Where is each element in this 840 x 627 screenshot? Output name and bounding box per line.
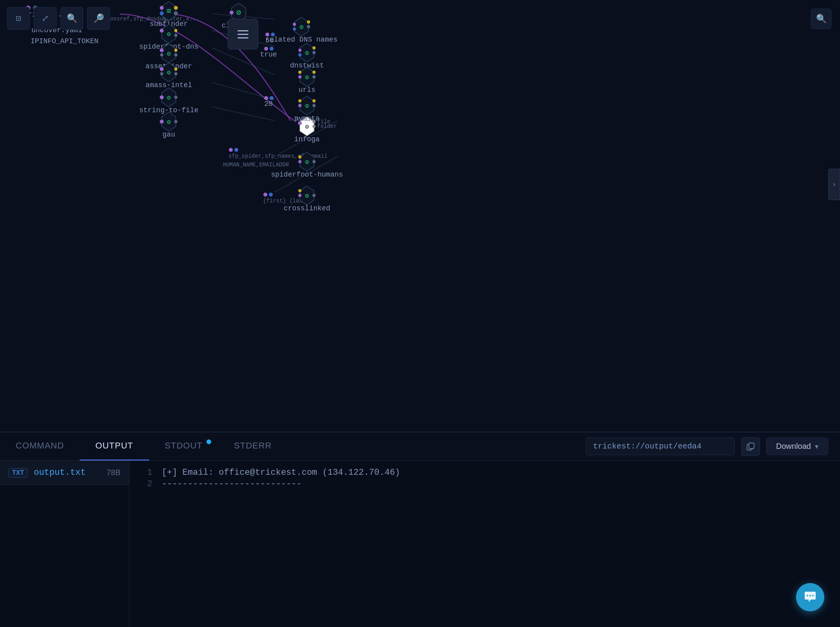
tab-stdout[interactable]: STDOUT xyxy=(149,432,218,461)
svg-point-63 xyxy=(174,49,177,52)
right-panel-toggle[interactable]: › xyxy=(828,169,840,200)
output-content: 1 [+] Email: office@trickest.com (134.12… xyxy=(130,461,840,627)
svg-point-54 xyxy=(298,53,301,57)
file-item[interactable]: TXT output.txt 78B xyxy=(0,461,129,485)
svg-point-31 xyxy=(230,11,234,15)
svg-text:⚙: ⚙ xyxy=(305,124,309,131)
tab-output[interactable]: OUTPUT xyxy=(80,432,149,461)
expand-button[interactable]: ⤢ xyxy=(34,7,57,30)
svg-point-51 xyxy=(312,46,316,49)
svg-point-131 xyxy=(812,595,814,596)
svg-point-82 xyxy=(160,95,164,99)
svg-text:⚙: ⚙ xyxy=(305,50,309,57)
node-human-name-label: HUMAN_NAME,EMAILADDR xyxy=(223,162,289,168)
toolbar: ⊡ ⤢ 🔍 🔎 xyxy=(7,7,110,30)
svg-point-44 xyxy=(174,34,177,37)
file-name: output.txt xyxy=(34,468,100,478)
chat-button[interactable] xyxy=(796,583,824,611)
svg-point-117 xyxy=(298,160,301,163)
node-dnstwist[interactable]: ⚙ dnstwist xyxy=(290,43,324,69)
node-ipinfo[interactable]: IPINFO_API_TOKEN xyxy=(31,37,99,45)
svg-point-38 xyxy=(293,27,296,31)
menu-card[interactable] xyxy=(228,19,258,49)
svg-point-89 xyxy=(298,99,301,102)
node-gau[interactable]: ⚙ gau xyxy=(160,112,177,139)
copy-button[interactable] xyxy=(741,437,760,456)
zoom-out-button[interactable]: 🔎 xyxy=(87,7,110,30)
node-subfinder[interactable]: ≡ subfinder xyxy=(150,2,188,28)
svg-text:⚙: ⚙ xyxy=(305,74,309,81)
svg-text:⚙: ⚙ xyxy=(167,31,171,38)
svg-point-61 xyxy=(160,48,164,52)
svg-rect-128 xyxy=(749,443,754,448)
svg-point-25 xyxy=(160,11,164,15)
chevron-down-icon: ▾ xyxy=(815,442,818,451)
svg-point-64 xyxy=(174,53,177,57)
svg-text:gau: gau xyxy=(163,131,175,139)
tab-stderr[interactable]: STDERR xyxy=(218,432,287,461)
svg-line-9 xyxy=(212,107,275,121)
svg-text:infoga: infoga xyxy=(294,135,320,143)
svg-text:urls: urls xyxy=(298,86,315,94)
svg-point-124 xyxy=(312,194,316,197)
svg-text:⚙: ⚙ xyxy=(236,8,241,17)
svg-text:IPINFO_API_TOKEN: IPINFO_API_TOKEN xyxy=(31,37,99,45)
svg-point-126 xyxy=(298,194,301,197)
svg-point-119 xyxy=(269,193,273,197)
svg-point-104 xyxy=(312,125,316,128)
fit-button[interactable]: ⊡ xyxy=(7,7,30,30)
svg-point-36 xyxy=(307,25,310,28)
svg-point-68 xyxy=(312,71,316,74)
svg-rect-0 xyxy=(237,30,248,31)
svg-point-71 xyxy=(298,75,301,78)
svg-point-69 xyxy=(312,75,316,78)
svg-point-43 xyxy=(174,29,177,32)
svg-point-35 xyxy=(307,20,310,24)
svg-point-129 xyxy=(807,595,808,596)
svg-point-70 xyxy=(298,71,301,74)
svg-rect-1 xyxy=(237,34,248,35)
file-list-panel: TXT output.txt 78B xyxy=(0,461,130,627)
svg-text:⚙: ⚙ xyxy=(299,24,303,31)
svg-text:related DNS names: related DNS names xyxy=(265,36,338,44)
bottom-panel: COMMAND OUTPUT STDOUT STDERR Download ▾ … xyxy=(0,432,840,627)
svg-text:⚙: ⚙ xyxy=(167,69,171,77)
line-content: --------------------------- xyxy=(162,479,301,489)
svg-point-98 xyxy=(174,120,177,123)
node-string-to-file[interactable]: ⚙ string-to-file xyxy=(139,88,198,114)
svg-point-91 xyxy=(264,96,268,100)
svg-point-55 xyxy=(264,47,268,51)
node-urls[interactable]: ⚙ urls xyxy=(298,67,316,94)
svg-point-125 xyxy=(298,189,301,192)
svg-text:≡: ≡ xyxy=(166,6,171,15)
output-line-2: 2 --------------------------- xyxy=(141,479,829,489)
workflow-canvas: ⊡ ⤢ 🔍 🔎 🔍 › xyxy=(0,0,840,432)
svg-point-53 xyxy=(298,49,301,52)
svg-point-24 xyxy=(160,6,164,10)
svg-point-56 xyxy=(270,47,274,51)
download-label: Download xyxy=(776,442,811,451)
svg-text:⚙: ⚙ xyxy=(167,95,171,102)
line-number: 1 xyxy=(141,468,152,478)
tabs-bar: COMMAND OUTPUT STDOUT STDERR Download ▾ xyxy=(0,432,840,461)
svg-point-45 xyxy=(265,33,269,36)
tab-command[interactable]: COMMAND xyxy=(0,432,80,461)
svg-point-88 xyxy=(312,104,316,107)
zoom-in-button[interactable]: 🔍 xyxy=(60,7,83,30)
node-pymeta-input: 20 xyxy=(264,96,274,108)
svg-point-109 xyxy=(234,148,238,152)
svg-point-116 xyxy=(298,155,301,159)
svg-point-42 xyxy=(160,29,164,33)
search-button[interactable]: 🔍 xyxy=(811,9,831,29)
svg-text:domain: domain xyxy=(294,116,314,122)
svg-rect-2 xyxy=(237,37,248,38)
path-input[interactable] xyxy=(586,437,735,455)
file-size: 78B xyxy=(106,468,121,477)
svg-point-78 xyxy=(174,72,177,75)
svg-point-75 xyxy=(160,67,164,71)
download-button[interactable]: Download ▾ xyxy=(766,437,828,455)
svg-point-76 xyxy=(160,72,163,75)
svg-text:true: true xyxy=(260,51,277,58)
node-related-dns-names[interactable]: ⚙ related DNS names xyxy=(265,17,338,44)
svg-text:⚙: ⚙ xyxy=(305,103,309,110)
